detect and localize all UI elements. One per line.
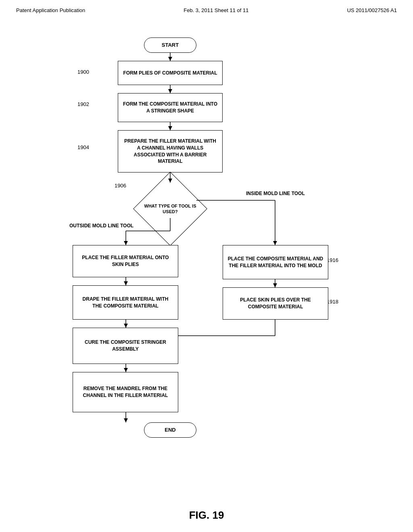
start-node: START (144, 37, 196, 53)
node-1910: DRAPE THE FILLER MATERIAL WITH THE COMPO… (73, 285, 178, 320)
svg-marker-1 (168, 57, 172, 61)
node-1902: FORM THE COMPOSITE MATERIAL INTO A STRIN… (118, 93, 223, 122)
header-left: Patent Application Publication (16, 7, 85, 13)
ref-1916: 1916 (327, 257, 338, 263)
node-1916: PLACE THE COMPOSITE MATERIAL AND THE FIL… (223, 245, 328, 279)
node-1918: PLACE SKIN PLIES OVER THE COMPOSITE MATE… (223, 287, 328, 320)
diamond-1906: WHAT TYPE OF TOOL IS USED? (144, 183, 196, 235)
svg-marker-14 (273, 241, 277, 245)
inside-mold-label: INSIDE MOLD LINE TOOL (246, 191, 305, 197)
svg-marker-16 (124, 281, 128, 285)
diagram-container: START 1900 FORM PLIES OF COMPOSITE MATER… (25, 25, 388, 501)
svg-marker-5 (168, 126, 172, 130)
node-1900: FORM PLIES OF COMPOSITE MATERIAL (118, 61, 223, 85)
ref-1904: 1904 (77, 144, 89, 150)
ref-1918: 1918 (327, 299, 338, 305)
ref-1902: 1902 (77, 101, 89, 107)
svg-marker-20 (273, 283, 277, 287)
outside-mold-label: OUTSIDE MOLD LINE TOOL (69, 223, 133, 229)
header-middle: Feb. 3, 2011 Sheet 11 of 11 (184, 7, 248, 13)
node-1912: CURE THE COMPOSITE STRINGER ASSEMBLY (73, 328, 178, 364)
ref-1900: 1900 (77, 69, 89, 75)
node-1904: PREPARE THE FILLER MATERIAL WITH A CHANN… (118, 130, 223, 172)
svg-marker-28 (124, 418, 128, 422)
node-1914: REMOVE THE MANDREL FROM THE CHANNEL IN T… (73, 372, 178, 412)
page-header: Patent Application Publication Feb. 3, 2… (0, 0, 413, 13)
node-1908: PLACE THE FILLER MATERIAL ONTO SKIN PLIE… (73, 245, 178, 277)
ref-1906: 1906 (115, 183, 126, 189)
svg-marker-3 (168, 89, 172, 93)
svg-marker-18 (124, 324, 128, 328)
figure-caption: FIG. 19 (0, 509, 413, 532)
header-right: US 2011/0027526 A1 (347, 7, 397, 13)
svg-marker-11 (124, 241, 128, 245)
end-node: END (144, 422, 196, 438)
svg-marker-26 (124, 368, 128, 372)
